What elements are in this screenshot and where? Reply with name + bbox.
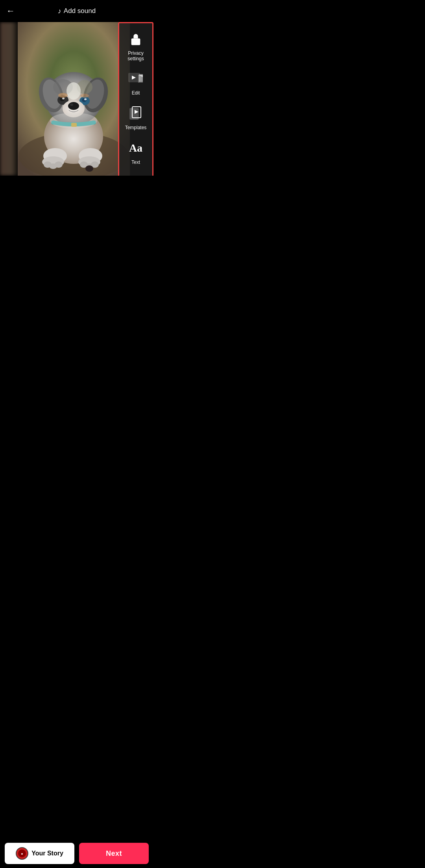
header: ← ♪ Add sound <box>0 0 153 22</box>
svg-point-33 <box>50 113 97 128</box>
svg-point-34 <box>85 165 93 172</box>
video-preview <box>18 22 130 176</box>
svg-point-25 <box>62 98 65 100</box>
sidebar-templates-label: Templates <box>125 125 147 130</box>
sidebar-item-text[interactable]: Aa Text <box>119 134 152 169</box>
sidebar-item-stickers[interactable]: Stickers <box>119 169 152 176</box>
svg-point-20 <box>67 82 81 100</box>
add-sound-label: Add sound <box>64 7 96 15</box>
sidebar-item-edit[interactable]: Edit <box>119 65 152 100</box>
back-button[interactable]: ← <box>6 7 15 15</box>
blur-overlay <box>0 22 20 176</box>
sidebar-text-label: Text <box>131 160 140 165</box>
add-sound-control[interactable]: ♪ Add sound <box>58 7 96 15</box>
svg-point-26 <box>84 98 87 100</box>
svg-point-30 <box>68 102 79 110</box>
sidebar: Privacy settings Edit <box>118 22 153 176</box>
text-icon: Aa <box>126 139 145 158</box>
edit-icon <box>126 69 145 88</box>
svg-point-28 <box>80 94 89 98</box>
sidebar-privacy-label: Privacy settings <box>121 50 151 62</box>
sidebar-item-templates[interactable]: Templates <box>119 100 152 134</box>
sidebar-item-privacy-settings[interactable]: Privacy settings <box>119 26 152 65</box>
main-content-area: Privacy settings Edit <box>0 22 153 176</box>
lock-icon <box>126 30 145 48</box>
templates-icon <box>126 104 145 123</box>
music-icon: ♪ <box>58 7 61 15</box>
svg-rect-35 <box>131 39 140 45</box>
bottom-area <box>0 176 153 247</box>
svg-point-9 <box>55 161 63 168</box>
svg-point-27 <box>58 93 68 98</box>
svg-point-31 <box>70 104 73 106</box>
sidebar-edit-label: Edit <box>132 90 140 96</box>
stickers-icon <box>126 173 145 176</box>
sidebar-wrapper: Privacy settings Edit <box>118 22 153 176</box>
